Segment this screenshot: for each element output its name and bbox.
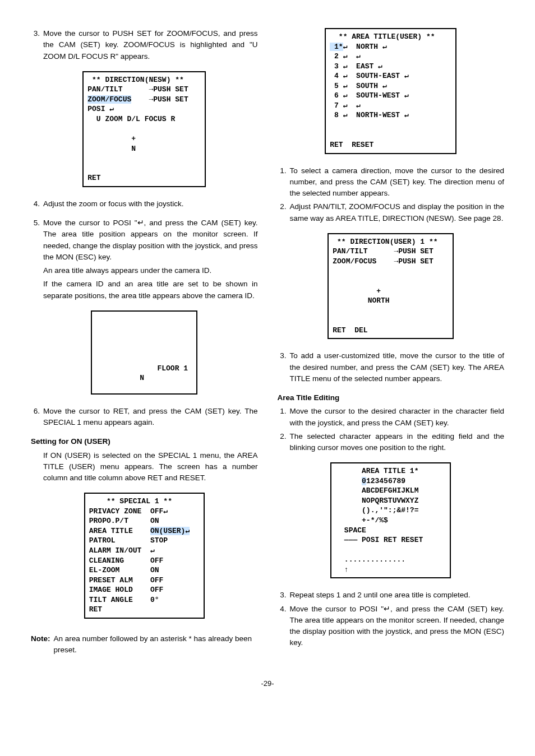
step-5a: An area title always appears under the c… bbox=[43, 265, 258, 276]
step-number: 1. bbox=[278, 406, 290, 429]
on-user-description: If ON (USER) is selected on the SPECIAL … bbox=[43, 450, 258, 484]
right-column: ** AREA TITLE(USER) ** 1*↵ NORTH ↵ 2 ↵ ↵… bbox=[278, 28, 505, 656]
step-5b: If the camera ID and an area title are s… bbox=[43, 279, 258, 302]
step-number: 3. bbox=[278, 350, 290, 384]
step-6: 6. Move the cursor to RET, and press the… bbox=[31, 406, 258, 429]
menu-area-title-edit-wrapper: AREA TITLE 1* 0123456789 ABCDEFGHIJKLM N… bbox=[278, 462, 505, 578]
edit-step-4: 4. Move the cursor to POSI "↵, and press… bbox=[278, 604, 505, 649]
step-4: 4. Adjust the zoom or focus with the joy… bbox=[31, 198, 258, 210]
step-number: 2. bbox=[278, 201, 290, 224]
note-text: An area number followed by an asterisk *… bbox=[54, 633, 258, 656]
note-label: Note: bbox=[31, 633, 54, 656]
menu-area-title-edit: AREA TITLE 1* 0123456789 ABCDEFGHIJKLM N… bbox=[330, 462, 451, 578]
menu-area-title-user: ** AREA TITLE(USER) ** 1*↵ NORTH ↵ 2 ↵ ↵… bbox=[325, 28, 456, 154]
edit-step-2: 2. The selected character appears in the… bbox=[278, 431, 505, 454]
edit-step-1: 1. Move the cursor to the desired charac… bbox=[278, 406, 505, 429]
heading-on-user: Setting for ON (USER) bbox=[31, 436, 258, 447]
page-number: -29- bbox=[31, 678, 504, 689]
right-step-3: 3. To add a user-customized title, move … bbox=[278, 350, 505, 384]
step-number: 3. bbox=[31, 28, 43, 62]
step-number: 3. bbox=[278, 590, 290, 601]
step-text: The selected character appears in the ed… bbox=[290, 431, 505, 454]
step-number: 4. bbox=[278, 604, 290, 649]
step-text: Repeat steps 1 and 2 until one area titl… bbox=[290, 590, 505, 601]
step-number: 6. bbox=[31, 406, 43, 429]
menu-direction-nesw: ** DIRECTION(NESW) ** PAN/TILT →PUSH SET… bbox=[82, 71, 206, 187]
step-text: To add a user-customized title, move the… bbox=[290, 350, 505, 384]
menu-special1-wrapper: ** SPECIAL 1 ** PRIVACY ZONE OFF↵ PROPO.… bbox=[31, 493, 258, 619]
right-step-2: 2. Adjust PAN/TILT, ZOOM/FOCUS and displ… bbox=[278, 201, 505, 224]
note: Note: An area number followed by an aste… bbox=[31, 633, 258, 656]
step-text: Move the cursor to RET, and press the CA… bbox=[43, 406, 258, 429]
menu-floor-wrapper: FLOOR 1 N bbox=[31, 310, 258, 395]
menu-area-title-user-wrapper: ** AREA TITLE(USER) ** 1*↵ NORTH ↵ 2 ↵ ↵… bbox=[278, 28, 505, 154]
step-number: 2. bbox=[278, 431, 290, 454]
step-3: 3. Move the cursor to PUSH SET for ZOOM/… bbox=[31, 28, 258, 62]
left-column: 3. Move the cursor to PUSH SET for ZOOM/… bbox=[31, 28, 258, 656]
step-text: To select a camera direction, move the c… bbox=[290, 165, 505, 200]
menu-direction-nesw-wrapper: ** DIRECTION(NESW) ** PAN/TILT →PUSH SET… bbox=[31, 71, 258, 187]
step-text: Move the cursor to POSI "↵, and press th… bbox=[290, 604, 505, 649]
step-text: Move the cursor to POSI "↵, and press th… bbox=[43, 217, 258, 263]
step-5: 5. Move the cursor to POSI "↵, and press… bbox=[31, 217, 258, 263]
step-text: Move the cursor to PUSH SET for ZOOM/FOC… bbox=[43, 28, 258, 62]
menu-floor: FLOOR 1 N bbox=[91, 310, 197, 395]
step-number: 1. bbox=[278, 165, 290, 200]
right-step-1: 1. To select a camera direction, move th… bbox=[278, 165, 505, 200]
menu-special1: ** SPECIAL 1 ** PRIVACY ZONE OFF↵ PROPO.… bbox=[84, 493, 205, 619]
menu-direction-user-wrapper: ** DIRECTION(USER) 1 ** PAN/TILT →PUSH S… bbox=[278, 233, 505, 339]
step-text: Move the cursor to the desired character… bbox=[290, 406, 505, 429]
menu-direction-user: ** DIRECTION(USER) 1 ** PAN/TILT →PUSH S… bbox=[328, 233, 454, 339]
step-text: Adjust the zoom or focus with the joysti… bbox=[43, 198, 258, 210]
heading-area-title-editing: Area Title Editing bbox=[278, 392, 505, 403]
step-text: Adjust PAN/TILT, ZOOM/FOCUS and display … bbox=[290, 201, 505, 224]
step-number: 5. bbox=[31, 217, 43, 263]
step-number: 4. bbox=[31, 198, 43, 210]
edit-step-3: 3. Repeat steps 1 and 2 until one area t… bbox=[278, 590, 505, 601]
